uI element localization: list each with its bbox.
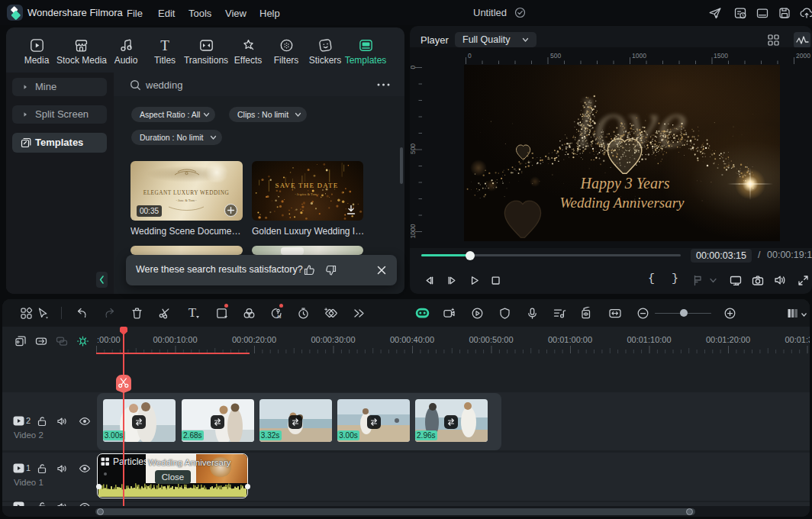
svg-text:00:00:50:00: 00:00:50:00 xyxy=(469,335,513,344)
svg-text:1500: 1500 xyxy=(714,52,728,60)
svg-text:ELEGANT LUXURY WEDDING: ELEGANT LUXURY WEDDING xyxy=(143,189,230,196)
svg-text:00:01:00:00: 00:01:00:00 xyxy=(548,335,592,344)
svg-text:1000: 1000 xyxy=(411,224,417,238)
svg-text:1000: 1000 xyxy=(632,52,646,60)
svg-text:00:00:10:00: 00:00:10:00 xyxy=(153,335,197,344)
svg-text:500: 500 xyxy=(411,143,417,154)
svg-text:SAVE THE DATE: SAVE THE DATE xyxy=(276,182,339,189)
svg-text:T: T xyxy=(160,38,169,53)
svg-text:AI: AI xyxy=(277,314,282,319)
svg-text:00:00:30:00: 00:00:30:00 xyxy=(311,335,355,344)
svg-text:500: 500 xyxy=(550,52,561,60)
svg-text:0: 0 xyxy=(411,65,417,69)
svg-text:0: 0 xyxy=(468,52,472,60)
svg-text:00:00:20:00: 00:00:20:00 xyxy=(232,335,276,344)
svg-text:- Jane & Tom -: - Jane & Tom - xyxy=(176,198,197,202)
svg-text:00:00:40:00: 00:00:40:00 xyxy=(390,335,434,344)
svg-text:00:01:30:00: 00:01:30:00 xyxy=(785,335,810,344)
svg-text:00:01:10:00: 00:01:10:00 xyxy=(627,335,671,344)
svg-text::00:00: :00:00 xyxy=(97,335,121,344)
svg-text:2000: 2000 xyxy=(796,52,810,60)
svg-text:- Jessica & Tom -: - Jessica & Tom - xyxy=(295,192,319,196)
svg-text:00:01:20:00: 00:01:20:00 xyxy=(706,335,750,344)
